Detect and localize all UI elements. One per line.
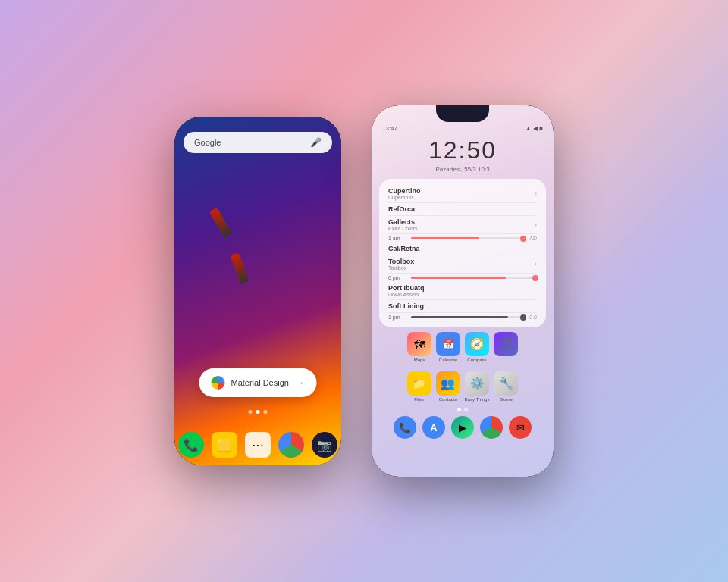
slider-label-3: 1 pm xyxy=(388,314,406,320)
control-sub-1: Cupertinos xyxy=(388,195,421,200)
date-display: Pazartesi, 55/3 10:3 xyxy=(372,166,554,173)
app-item-compass[interactable]: 🧭 Compass xyxy=(465,332,489,362)
slider-value-3: 0.0 xyxy=(529,314,537,320)
app-grid-row-1: 🗺 Maps 📅 Calendar 🧭 Compass 🎵 xyxy=(372,327,554,367)
right-appstore-icon[interactable]: A xyxy=(422,416,445,439)
slider-row-1: 1 am AD xyxy=(388,234,537,242)
maps-app-label: Maps xyxy=(414,358,425,362)
dot-2 xyxy=(256,410,260,414)
apps-drawer-icon[interactable]: ⋯ xyxy=(245,432,271,458)
control-row-port: Port Ibuatq Down Assets xyxy=(388,282,537,300)
right-phone-icon[interactable]: 📞 xyxy=(394,416,416,439)
material-logo-icon xyxy=(212,376,225,390)
right-dot-2 xyxy=(464,408,468,411)
left-phone: Google 🎤 Material Design → 📞 🟨 ⋯ 📷 xyxy=(174,117,341,465)
settings-app-label: Easy Things xyxy=(465,397,490,402)
chevron-icon-1: › xyxy=(535,190,537,197)
app-grid-row-2: 📁 Files 👥 Contacts ⚙️ Easy Things 🔧 Scen… xyxy=(372,367,554,406)
page-indicator-dots xyxy=(249,410,268,414)
slider-value-1: AD xyxy=(529,236,537,241)
camera-app-icon[interactable]: 📷 xyxy=(312,432,337,458)
app-item-files[interactable]: 📁 Files xyxy=(407,371,431,402)
music-app-icon: 🎵 xyxy=(494,332,518,356)
chevron-icon-3: › xyxy=(535,221,537,228)
control-row-cupertino[interactable]: Cupertino Cupertinos › xyxy=(388,185,537,203)
control-row-calretna: Cal/Retna xyxy=(388,242,537,255)
app-item-scene[interactable]: 🔧 Scene xyxy=(494,371,518,402)
scene-app-label: Scene xyxy=(500,397,513,402)
app-item-settings[interactable]: ⚙️ Easy Things xyxy=(465,371,490,402)
left-status-bar xyxy=(174,117,341,126)
control-title-2: RefOrca xyxy=(388,205,415,213)
scene-app-icon: 🔧 xyxy=(494,371,518,396)
control-title-4: Cal/Retna xyxy=(388,245,420,252)
control-sub-6: Down Assets xyxy=(388,292,425,297)
right-bottom-dock: 📞 A ▶ ✉ xyxy=(372,413,554,442)
right-dot-1 xyxy=(457,408,461,411)
slider-track-3[interactable] xyxy=(411,316,525,318)
contacts-app-label: Contacts xyxy=(439,397,457,402)
control-row-gallects[interactable]: Gallects Extra Colors › xyxy=(388,216,537,234)
dot-1 xyxy=(249,410,253,414)
right-play-icon[interactable]: ▶ xyxy=(451,416,474,439)
google-search-bar[interactable]: Google 🎤 xyxy=(184,132,332,153)
left-phone-screen: Google 🎤 Material Design → 📞 🟨 ⋯ 📷 xyxy=(174,117,341,465)
right-page-dots xyxy=(372,406,554,413)
compass-app-label: Compass xyxy=(467,358,486,362)
chrome-app-icon[interactable] xyxy=(278,432,304,458)
slider-fill-2 xyxy=(411,277,506,279)
control-row-reforca: RefOrca xyxy=(388,203,537,216)
compass-app-icon: 🧭 xyxy=(465,332,489,356)
chevron-icon-5: › xyxy=(535,261,537,268)
clock-display: 12:50 xyxy=(372,135,554,166)
maps-app-icon: 🗺 xyxy=(407,332,431,356)
control-row-soft: Soft Lining xyxy=(388,300,537,313)
bottom-dock: 📞 🟨 ⋯ 📷 xyxy=(178,432,337,458)
control-title-7: Soft Lining xyxy=(388,302,424,310)
material-arrow-icon: → xyxy=(297,378,305,387)
eraser-object-1 xyxy=(209,208,232,239)
slider-label-2: 6 pm xyxy=(388,275,406,280)
control-center-panel: Cupertino Cupertinos › RefOrca Gallects … xyxy=(379,179,546,327)
app-item-contacts[interactable]: 👥 Contacts xyxy=(436,371,460,402)
material-design-pill[interactable]: Material Design → xyxy=(199,368,317,397)
control-sub-5: Toolbox xyxy=(388,265,414,271)
control-title-3: Gallects xyxy=(388,218,418,226)
mic-icon: 🎤 xyxy=(310,137,322,148)
app-item-maps[interactable]: 🗺 Maps xyxy=(407,332,431,362)
right-chrome-icon[interactable] xyxy=(480,416,503,439)
eraser-object-2 xyxy=(231,252,249,284)
slider-thumb-2 xyxy=(532,275,538,281)
app-item-calendar[interactable]: 📅 Calendar xyxy=(436,332,460,362)
slider-label-1: 1 am xyxy=(388,236,406,241)
slider-row-3: 1 pm 0.0 xyxy=(388,313,537,321)
slider-fill-3 xyxy=(411,316,508,318)
right-mail-icon[interactable]: ✉ xyxy=(509,416,532,439)
calendar-app-icon: 📅 xyxy=(436,332,460,356)
phone-notch xyxy=(436,105,489,122)
files-app-label: Files xyxy=(414,397,424,402)
slider-thumb-1 xyxy=(520,236,526,242)
slider-track-2[interactable] xyxy=(411,277,537,279)
status-time: 13:47 xyxy=(382,125,397,132)
calendar-app-label: Calendar xyxy=(439,358,457,362)
files-app-icon[interactable]: 🟨 xyxy=(212,432,237,458)
status-icons: ▲ ◀ ■ xyxy=(526,125,543,132)
phone-app-icon[interactable]: 📞 xyxy=(178,432,204,458)
contacts-app-icon: 👥 xyxy=(436,371,460,396)
slider-track-1[interactable] xyxy=(411,237,525,239)
control-sub-3: Extra Colors xyxy=(388,226,418,231)
right-phone: 13:47 ▲ ◀ ■ 12:50 Pazartesi, 55/3 10:3 C… xyxy=(372,105,554,477)
files-app-icon-right: 📁 xyxy=(407,371,431,396)
material-design-label: Material Design xyxy=(231,378,290,387)
control-title-6: Port Ibuatq xyxy=(388,284,425,292)
control-row-toolbox[interactable]: Toolbox Toolbox › xyxy=(388,255,537,274)
slider-thumb-3 xyxy=(520,314,526,321)
app-item-music[interactable]: 🎵 xyxy=(494,332,518,362)
right-phone-screen: 13:47 ▲ ◀ ■ 12:50 Pazartesi, 55/3 10:3 C… xyxy=(372,105,554,477)
control-title-5: Toolbox xyxy=(388,258,414,265)
control-title-1: Cupertino xyxy=(388,187,421,195)
dot-3 xyxy=(264,410,268,414)
slider-fill-1 xyxy=(411,237,479,239)
settings-app-icon: ⚙️ xyxy=(465,371,489,396)
